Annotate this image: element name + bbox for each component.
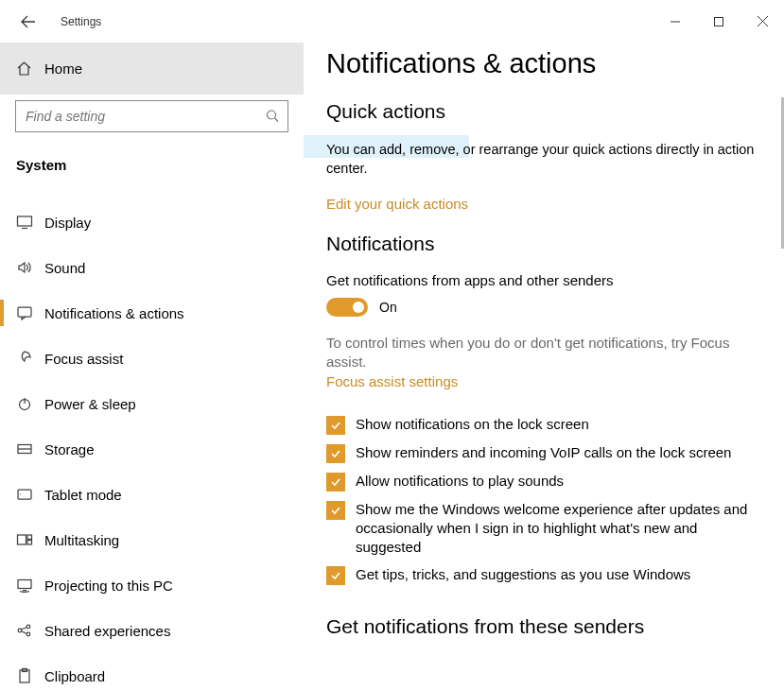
- shared-icon: [16, 622, 44, 639]
- back-arrow-icon: [20, 13, 37, 30]
- sound-icon: [16, 259, 44, 276]
- nav-item-label: Multitasking: [44, 532, 119, 548]
- checkbox-label: Show me the Windows welcome experience a…: [356, 500, 761, 558]
- nav-item-label: Storage: [44, 441, 95, 457]
- heading-notifications: Notifications: [326, 233, 761, 255]
- svg-rect-2: [18, 216, 32, 226]
- heading-quick-actions: Quick actions: [326, 100, 761, 123]
- checkbox[interactable]: [326, 501, 345, 520]
- svg-rect-9: [27, 535, 32, 540]
- svg-point-7: [20, 493, 21, 494]
- nav-item-label: Power & sleep: [44, 396, 136, 412]
- close-button[interactable]: [740, 7, 784, 37]
- content-area: Notifications & actions Quick actions Yo…: [304, 43, 784, 690]
- checkbox-list: Show notifications on the lock screenSho…: [326, 415, 761, 586]
- nav-item-shared[interactable]: Shared experiences: [0, 608, 304, 653]
- svg-point-1: [268, 111, 276, 119]
- display-icon: [16, 214, 44, 231]
- toggle-knob: [353, 302, 364, 313]
- edit-quick-actions-link[interactable]: Edit your quick actions: [326, 196, 468, 212]
- nav-item-label: Notifications & actions: [44, 305, 184, 321]
- toggle-row: On: [326, 298, 761, 317]
- check-icon: [329, 475, 342, 489]
- checkbox-row: Allow notifications to play sounds: [326, 472, 761, 492]
- nav-item-projecting[interactable]: Projecting to this PC: [0, 562, 304, 608]
- back-button[interactable]: [8, 1, 49, 43]
- checkbox-label: Show notifications on the lock screen: [356, 415, 589, 434]
- checkbox[interactable]: [326, 416, 345, 435]
- svg-rect-3: [18, 307, 31, 317]
- section-title-system: System: [0, 142, 304, 184]
- nav-item-sound[interactable]: Sound: [0, 245, 304, 290]
- search-icon: [266, 110, 280, 124]
- checkbox-label: Get tips, tricks, and suggestions as you…: [356, 565, 690, 584]
- maximize-button[interactable]: [697, 7, 740, 37]
- nav-item-label: Projecting to this PC: [44, 578, 173, 594]
- nav-item-label: Sound: [44, 260, 85, 276]
- checkbox[interactable]: [326, 473, 345, 492]
- clipboard-icon: [16, 667, 44, 684]
- home-button[interactable]: Home: [0, 43, 304, 95]
- checkbox[interactable]: [326, 444, 345, 463]
- nav-item-power[interactable]: Power & sleep: [0, 381, 304, 426]
- tablet-icon: [16, 486, 44, 503]
- nav-item-label: Focus assist: [44, 351, 123, 367]
- maximize-icon: [714, 17, 723, 26]
- storage-icon: [16, 440, 44, 457]
- search-input[interactable]: [16, 101, 287, 131]
- focus-icon: [16, 350, 44, 367]
- nav-item-label: Tablet mode: [44, 487, 122, 503]
- sidebar: Home System DisplaySoundNotifications & …: [0, 43, 304, 690]
- check-icon: [329, 504, 342, 517]
- home-label: Home: [44, 60, 82, 77]
- titlebar: Settings: [0, 0, 784, 43]
- nav-item-notifications[interactable]: Notifications & actions: [0, 290, 304, 336]
- checkbox-row: Show reminders and incoming VoIP calls o…: [326, 443, 761, 463]
- heading-senders: Get notifications from these senders: [326, 615, 761, 638]
- minimize-button[interactable]: [653, 7, 697, 37]
- svg-rect-10: [27, 541, 32, 545]
- check-icon: [329, 569, 342, 582]
- checkbox-row: Show me the Windows welcome experience a…: [326, 500, 761, 558]
- svg-point-14: [26, 632, 30, 636]
- nav-item-focus[interactable]: Focus assist: [0, 336, 304, 381]
- page-title: Notifications & actions: [326, 48, 761, 79]
- notifications-toggle[interactable]: [326, 298, 368, 317]
- notifications-icon: [16, 304, 44, 321]
- window-title: Settings: [49, 15, 101, 28]
- nav-item-label: Clipboard: [44, 668, 105, 684]
- nav-item-multitask[interactable]: Multitasking: [0, 517, 304, 562]
- focus-assist-hint: To control times when you do or don't ge…: [326, 334, 761, 392]
- nav-list: DisplaySoundNotifications & actionsFocus…: [0, 184, 304, 690]
- nav-item-storage[interactable]: Storage: [0, 426, 304, 472]
- checkbox-label: Allow notifications to play sounds: [356, 472, 564, 491]
- checkbox-label: Show reminders and incoming VoIP calls o…: [356, 443, 731, 462]
- multitask-icon: [16, 531, 44, 548]
- search-container: [15, 100, 288, 132]
- nav-item-label: Display: [44, 215, 91, 231]
- close-icon: [758, 16, 768, 26]
- nav-item-tablet[interactable]: Tablet mode: [0, 472, 304, 517]
- home-icon: [16, 60, 44, 77]
- check-icon: [329, 419, 342, 432]
- toggle-state-label: On: [379, 300, 397, 315]
- nav-item-display[interactable]: Display: [0, 199, 304, 245]
- minimize-icon: [671, 17, 680, 26]
- power-icon: [16, 395, 44, 412]
- check-icon: [329, 447, 342, 460]
- svg-rect-0: [715, 17, 723, 26]
- checkbox-row: Get tips, tricks, and suggestions as you…: [326, 565, 761, 585]
- nav-item-clipboard[interactable]: Clipboard: [0, 653, 304, 690]
- nav-item-label: Shared experiences: [44, 623, 170, 639]
- svg-point-12: [18, 629, 22, 632]
- svg-rect-11: [18, 580, 31, 589]
- window-controls: [653, 7, 784, 37]
- get-notifications-label: Get notifications from apps and other se…: [326, 272, 761, 288]
- focus-assist-settings-link[interactable]: Focus assist settings: [326, 373, 458, 389]
- checkbox-row: Show notifications on the lock screen: [326, 415, 761, 435]
- svg-point-13: [26, 625, 30, 629]
- projecting-icon: [16, 577, 44, 594]
- checkbox[interactable]: [326, 566, 345, 585]
- quick-actions-description: You can add, remove, or rearrange your q…: [326, 140, 761, 179]
- svg-rect-8: [18, 535, 26, 544]
